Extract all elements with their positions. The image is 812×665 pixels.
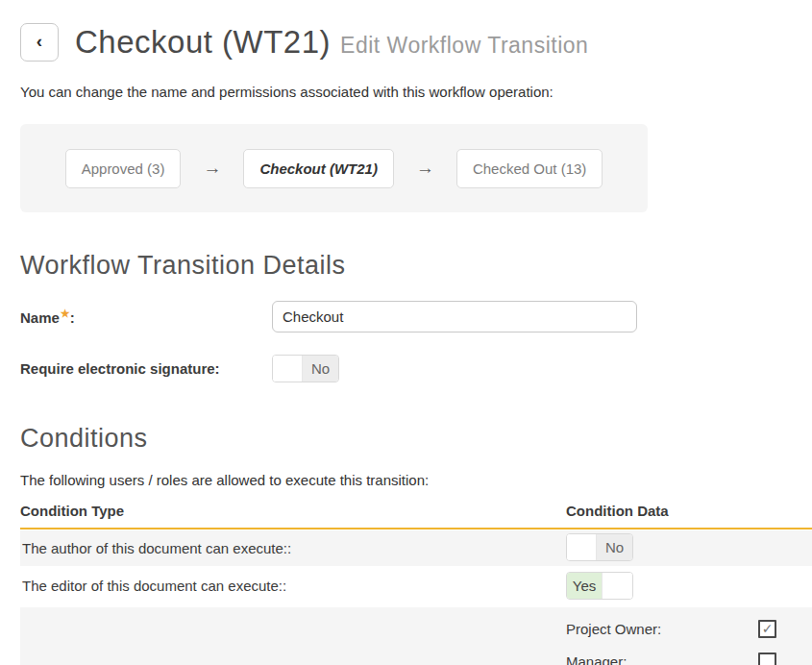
table-row-roles: Project Owner: ✓ Manager:: [20, 607, 812, 665]
table-row-editor-condition: The editor of this document can execute:…: [20, 566, 812, 605]
roles-list: Project Owner: ✓ Manager:: [566, 612, 812, 665]
conditions-description: The following users / roles are allowed …: [20, 472, 812, 488]
name-input[interactable]: [272, 301, 637, 332]
name-label-colon: :: [70, 309, 75, 326]
conditions-table: Condition Type Condition Data The author…: [20, 503, 812, 665]
workflow-step-approved[interactable]: Approved (3): [65, 149, 182, 188]
intro-text: You can change the name and permissions …: [20, 84, 812, 100]
role-label: Project Owner:: [566, 621, 661, 637]
role-label: Manager:: [566, 653, 627, 665]
page-title: Checkout (WT21): [75, 24, 331, 60]
signature-toggle[interactable]: No: [272, 355, 339, 382]
project-owner-checkbox[interactable]: ✓: [758, 620, 776, 638]
toggle-knob: [567, 534, 597, 560]
condition-data-cell: No: [566, 533, 812, 564]
name-field-row: Name★:: [20, 301, 812, 332]
required-star-icon: ★: [61, 308, 70, 319]
chevron-left-icon: ‹: [37, 31, 42, 52]
workflow-step-checkout-current[interactable]: Checkout (WT21): [243, 149, 394, 188]
signature-field-row: Require electronic signature: No: [20, 355, 812, 382]
toggle-label: Yes: [567, 573, 603, 599]
details-section-heading: Workflow Transition Details: [20, 251, 812, 281]
page-header: ‹ Checkout (WT21)Edit Workflow Transitio…: [20, 23, 812, 62]
toggle-knob: [273, 356, 303, 382]
signature-label: Require electronic signature:: [20, 360, 272, 377]
condition-type-text: The editor of this document can execute:…: [20, 578, 566, 594]
checkmark-icon: ✓: [762, 622, 774, 635]
arrow-right-icon: →: [416, 158, 434, 179]
editor-execute-toggle[interactable]: Yes: [566, 572, 633, 600]
workflow-transition-page: ‹ Checkout (WT21)Edit Workflow Transitio…: [0, 23, 812, 665]
toggle-knob: [603, 573, 632, 599]
page-title-group: Checkout (WT21)Edit Workflow Transition: [75, 24, 588, 61]
workflow-step-checked-out[interactable]: Checked Out (13): [456, 149, 603, 188]
name-label-text: Name: [20, 309, 60, 326]
column-header-condition-data: Condition Data: [566, 503, 812, 519]
manager-checkbox[interactable]: [758, 653, 776, 665]
workflow-diagram-panel: Approved (3) → Checkout (WT21) → Checked…: [20, 124, 648, 212]
table-row-author-condition: The author of this document can execute:…: [20, 530, 812, 566]
toggle-label: No: [303, 356, 338, 382]
conditions-table-header: Condition Type Condition Data: [20, 503, 812, 530]
author-execute-toggle[interactable]: No: [566, 533, 633, 561]
column-header-condition-type: Condition Type: [20, 503, 566, 519]
toggle-label: No: [597, 534, 632, 560]
role-line-manager: Manager:: [566, 645, 812, 665]
arrow-right-icon: →: [203, 158, 221, 179]
condition-type-text: The author of this document can execute:…: [20, 540, 566, 556]
role-line-project-owner: Project Owner: ✓: [566, 612, 812, 645]
back-button[interactable]: ‹: [20, 23, 59, 62]
page-subtitle: Edit Workflow Transition: [340, 33, 588, 58]
name-label: Name★:: [20, 308, 272, 326]
condition-data-cell: Yes: [566, 572, 812, 600]
conditions-section-heading: Conditions: [20, 424, 812, 454]
